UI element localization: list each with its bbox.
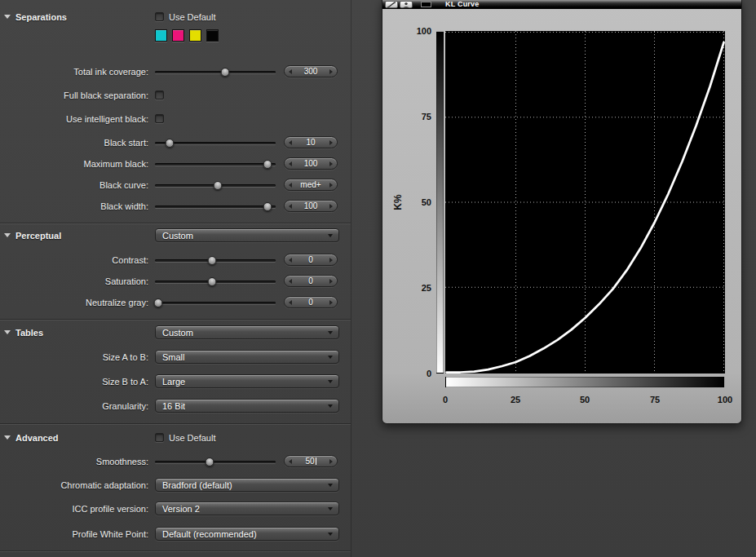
profile-white-point-label: Profile White Point: bbox=[0, 529, 155, 539]
slider-thumb[interactable] bbox=[263, 160, 272, 169]
smoothness-slider[interactable] bbox=[155, 455, 276, 468]
section-advanced[interactable]: Advanced bbox=[0, 433, 155, 443]
disclosure-triangle-icon[interactable] bbox=[4, 435, 11, 440]
smoothness-stepper[interactable]: 50 bbox=[284, 455, 338, 467]
dropdown-value: Default (recommended) bbox=[162, 529, 257, 539]
slider-track[interactable] bbox=[155, 461, 276, 463]
use-default-checkbox[interactable] bbox=[155, 433, 164, 442]
cyan-swatch[interactable] bbox=[155, 29, 167, 42]
perceptual-preset-dropdown[interactable]: Custom bbox=[155, 228, 339, 242]
kl-curve-plot[interactable] bbox=[445, 31, 725, 374]
black-curve-stepper[interactable]: med+ bbox=[284, 179, 338, 191]
yellow-swatch[interactable] bbox=[189, 29, 201, 42]
curve-tool-button[interactable] bbox=[385, 1, 398, 8]
total-ink-slider[interactable] bbox=[155, 65, 276, 78]
person-icon bbox=[401, 2, 411, 8]
black-curve-slider[interactable] bbox=[155, 179, 276, 192]
y-tick-50: 50 bbox=[400, 197, 431, 207]
total-ink-stepper[interactable]: 300 bbox=[284, 65, 338, 77]
size-b-to-a-dropdown[interactable]: Large bbox=[155, 374, 339, 388]
section-perceptual[interactable]: Perceptual bbox=[0, 231, 155, 241]
icc-profile-version-dropdown[interactable]: Version 2 bbox=[155, 502, 339, 515]
size-a-to-b-dropdown[interactable]: Small bbox=[155, 350, 339, 364]
slider-thumb[interactable] bbox=[213, 181, 222, 190]
saturation-slider[interactable] bbox=[155, 275, 276, 288]
stepper-increment-icon[interactable] bbox=[329, 161, 333, 166]
dropdown-value: Large bbox=[162, 377, 185, 387]
slider-track[interactable] bbox=[155, 163, 276, 166]
maximum-black-slider[interactable] bbox=[155, 157, 276, 170]
chromatic-adaptation-dropdown[interactable]: Bradford (default) bbox=[155, 478, 339, 492]
contrast-stepper[interactable]: 0 bbox=[284, 254, 338, 266]
stepper-increment-icon[interactable] bbox=[329, 459, 333, 464]
preview-tool-button[interactable] bbox=[400, 1, 413, 8]
stepper-increment-icon[interactable] bbox=[329, 140, 333, 145]
window-titlebar[interactable]: KL Curve bbox=[382, 0, 741, 9]
use-default-checkbox[interactable] bbox=[155, 12, 164, 21]
use-default-label: Use Default bbox=[169, 433, 215, 443]
contrast-row: Contrast: 0 bbox=[0, 253, 351, 267]
section-separations[interactable]: Separations bbox=[0, 12, 155, 22]
curve-color-swatch[interactable] bbox=[421, 2, 431, 7]
neutralize-gray-stepper[interactable]: 0 bbox=[284, 296, 338, 308]
stepper-increment-icon[interactable] bbox=[329, 183, 333, 188]
icc-profile-version-row: ICC profile version: Version 2 bbox=[0, 502, 351, 515]
maximum-black-stepper[interactable]: 100 bbox=[284, 157, 338, 170]
black-start-row: Black start: 10 bbox=[0, 135, 351, 149]
slider-thumb[interactable] bbox=[154, 298, 163, 307]
saturation-stepper[interactable]: 0 bbox=[284, 275, 338, 287]
full-black-label: Full black separation: bbox=[0, 91, 155, 100]
intelligent-black-checkbox[interactable] bbox=[155, 114, 164, 123]
section-title: Tables bbox=[15, 328, 43, 338]
slider-thumb[interactable] bbox=[207, 256, 216, 265]
black-start-label: Black start: bbox=[0, 138, 155, 148]
disclosure-triangle-icon[interactable] bbox=[4, 233, 11, 237]
granularity-dropdown[interactable]: 16 Bit bbox=[155, 399, 339, 413]
stepper-increment-icon[interactable] bbox=[329, 279, 333, 284]
profile-editor-window: Separations Use Default Total ink covera… bbox=[0, 0, 756, 557]
slider-track[interactable] bbox=[155, 302, 276, 304]
icc-profile-version-label: ICC profile version: bbox=[0, 504, 155, 514]
disclosure-triangle-icon[interactable] bbox=[4, 15, 11, 19]
disclosure-triangle-icon[interactable] bbox=[4, 330, 11, 334]
size-b-to-a-label: Size B to A: bbox=[0, 377, 155, 387]
slider-thumb[interactable] bbox=[220, 68, 229, 77]
black-curve-label: Black curve: bbox=[0, 180, 155, 190]
black-start-stepper[interactable]: 10 bbox=[284, 136, 338, 148]
slider-thumb[interactable] bbox=[205, 458, 214, 466]
ink-swatches-row bbox=[0, 29, 351, 42]
tables-preset-dropdown[interactable]: Custom bbox=[155, 325, 339, 339]
stepper-increment-icon[interactable] bbox=[329, 204, 333, 209]
stepper-increment-icon[interactable] bbox=[329, 258, 333, 263]
neutralize-gray-row: Neutralize gray: 0 bbox=[0, 295, 351, 309]
tables-header-row: Tables Custom bbox=[0, 325, 351, 339]
value-text: 50 bbox=[305, 457, 314, 466]
k-gradient-strip bbox=[436, 31, 444, 374]
stepper-increment-icon[interactable] bbox=[329, 300, 333, 305]
slider-thumb[interactable] bbox=[207, 277, 216, 286]
total-ink-label: Total ink coverage: bbox=[0, 67, 155, 77]
black-width-row: Black width: 100 bbox=[0, 199, 351, 213]
slider-track[interactable] bbox=[155, 206, 276, 208]
contrast-slider[interactable] bbox=[155, 254, 276, 267]
chevron-down-icon bbox=[328, 507, 333, 511]
smoothness-value: 50 bbox=[292, 457, 329, 466]
x-tick-25: 25 bbox=[502, 395, 529, 404]
black-width-stepper[interactable]: 100 bbox=[284, 200, 338, 212]
slider-thumb[interactable] bbox=[263, 202, 272, 211]
slider-thumb[interactable] bbox=[165, 139, 174, 148]
advanced-header-row: Advanced Use Default bbox=[0, 431, 351, 444]
kl-curve-window: KL Curve K% 100 75 50 25 0 0 25 50 75 10… bbox=[382, 0, 742, 424]
slider-track[interactable] bbox=[155, 71, 276, 73]
stepper-increment-icon[interactable] bbox=[329, 69, 333, 74]
magenta-swatch[interactable] bbox=[172, 29, 184, 42]
full-black-checkbox[interactable] bbox=[155, 91, 164, 99]
section-tables[interactable]: Tables bbox=[0, 328, 155, 338]
y-tick-25: 25 bbox=[400, 283, 431, 293]
black-width-slider[interactable] bbox=[155, 200, 276, 213]
black-swatch[interactable] bbox=[206, 29, 219, 42]
black-start-slider[interactable] bbox=[155, 136, 276, 149]
neutralize-gray-slider[interactable] bbox=[155, 296, 276, 309]
section-title: Perceptual bbox=[15, 231, 61, 241]
profile-white-point-dropdown[interactable]: Default (recommended) bbox=[155, 527, 339, 541]
